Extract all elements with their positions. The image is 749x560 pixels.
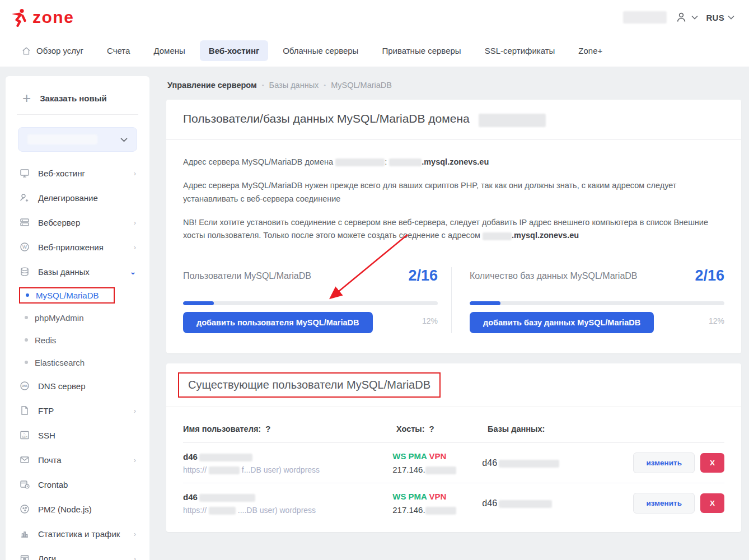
- sidebar-item-mail[interactable]: Почта ›: [18, 447, 137, 472]
- archive-box-icon: [19, 553, 30, 560]
- sidebar-item-ssh[interactable]: >_SSH SSH: [18, 423, 137, 447]
- sidebar-item-webhosting[interactable]: Веб-хостинг ›: [18, 161, 137, 185]
- server-address-text: Адрес сервера MySQL/MariaDB домена: [183, 157, 333, 166]
- chevron-right-icon: ›: [134, 530, 136, 538]
- sidebar-item-redis[interactable]: Redis: [18, 329, 137, 351]
- nb-note-text: NB! Если хотите установить соединение с …: [183, 218, 708, 240]
- help-icon[interactable]: ?: [429, 424, 434, 433]
- sidebar-item-label: phpMyAdmin: [35, 313, 84, 323]
- sidebar-item-label: Вебсервер: [38, 218, 126, 227]
- sidebar-item-label: SSH: [38, 431, 136, 440]
- add-mysql-user-button[interactable]: добавить пользователя MySQL/MariaDB: [183, 312, 373, 333]
- edit-user-button[interactable]: изменить: [633, 493, 695, 514]
- sidebar-item-statistics-traffic[interactable]: Статистика и трафик ›: [18, 521, 137, 546]
- home-icon: [21, 46, 31, 56]
- chevron-down-icon: ⌄: [130, 268, 136, 276]
- sidebar-item-elasticsearch[interactable]: Elasticsearch: [18, 351, 137, 374]
- calendar-clock-icon: [19, 479, 30, 490]
- sidebar-item-mysql-mariadb[interactable]: MySQL/MariaDB: [18, 284, 137, 306]
- zone-logo[interactable]: zone: [9, 8, 74, 27]
- host-ws-badge: WS: [392, 451, 406, 461]
- nav-label: SSL-сертификаты: [485, 46, 555, 55]
- breadcrumb-mysql-mariadb[interactable]: MySQL/MariaDB: [331, 81, 392, 90]
- host-pma-badge: PMA: [409, 492, 427, 501]
- chevron-right-icon: ›: [134, 407, 136, 415]
- site-link[interactable]: https:// ....DB user) wordpress: [183, 506, 392, 515]
- redacted-text: [425, 507, 456, 515]
- sidebar-item-label: Почта: [38, 455, 126, 465]
- redacted-text: [499, 500, 552, 508]
- sidebar: + Заказать новый Веб-хостинг › Делегиров…: [6, 76, 149, 560]
- annotation-red-box: MySQL/MariaDB: [19, 287, 115, 304]
- sidebar-item-databases[interactable]: Базы данных ⌄: [18, 259, 137, 284]
- nav-private-servers[interactable]: Приватные серверы: [373, 40, 470, 61]
- host-badges: WS PMA VPN: [392, 492, 482, 501]
- sidebar-item-pm2-nodejs[interactable]: PM2 (Node.js): [18, 497, 137, 521]
- sidebar-item-crontab[interactable]: Crontab: [18, 472, 137, 497]
- bar-chart-icon: [19, 528, 30, 539]
- help-icon[interactable]: ?: [265, 424, 270, 433]
- user-plus-icon: [19, 192, 30, 203]
- nav-webhosting[interactable]: Веб-хостинг: [200, 40, 268, 61]
- language-selector[interactable]: RUS: [706, 13, 734, 22]
- breadcrumb-separator: •: [324, 82, 326, 88]
- sidebar-item-label: MySQL/MariaDB: [36, 291, 99, 300]
- add-mysql-database-button[interactable]: добавить базу данных MySQL/MariaDB: [470, 312, 654, 333]
- breadcrumb: Управление сервером • Базы данных • MySQ…: [166, 76, 741, 100]
- svg-text:DNS: DNS: [22, 384, 28, 388]
- top-header: zone RUS: [0, 0, 749, 35]
- column-hosts: Хосты:: [396, 424, 425, 433]
- chevron-right-icon: ›: [134, 218, 136, 227]
- sidebar-item-phpmyadmin[interactable]: phpMyAdmin: [18, 306, 137, 329]
- chevron-down-icon: [728, 15, 734, 20]
- database-icon: [19, 266, 30, 277]
- sidebar-item-ftp[interactable]: FTP ›: [18, 398, 137, 423]
- annotation-red-box: Существующие пользователи MySQL/MariaDB: [178, 372, 441, 398]
- site-link[interactable]: https:// f...DB user) wordpress: [183, 465, 392, 474]
- sidebar-item-logs[interactable]: Логи ›: [18, 546, 137, 560]
- database-name: d46: [482, 498, 633, 508]
- edit-user-button[interactable]: изменить: [633, 452, 695, 473]
- table-row: d46 https:// f...DB user) wordpress WS P…: [183, 443, 724, 483]
- nav-services-overview[interactable]: Обзор услуг: [12, 40, 92, 62]
- sidebar-item-dns-server[interactable]: DNS DNS сервер: [18, 374, 137, 398]
- breadcrumb-server-management[interactable]: Управление сервером: [167, 81, 257, 90]
- sidebar-item-webserver[interactable]: Вебсервер ›: [18, 210, 137, 235]
- nav-ssl-certificates[interactable]: SSL-сертификаты: [476, 40, 564, 61]
- breadcrumb-separator: •: [262, 82, 264, 88]
- delete-user-button[interactable]: X: [700, 493, 724, 513]
- host-ws-badge: WS: [392, 492, 406, 501]
- nav-invoices[interactable]: Счета: [98, 40, 139, 61]
- databases-usage-value: 2/16: [695, 267, 724, 284]
- domain-select[interactable]: [18, 127, 137, 152]
- users-progress-track: [183, 301, 438, 305]
- account-menu[interactable]: [675, 11, 698, 24]
- nav-label: Домены: [153, 46, 185, 55]
- nav-label: Облачные серверы: [283, 46, 358, 55]
- nav-domains[interactable]: Домены: [144, 40, 194, 61]
- bullet-icon: [25, 338, 28, 342]
- mysql-username: d46: [183, 452, 392, 461]
- breadcrumb-databases[interactable]: Базы данных: [269, 81, 319, 90]
- delete-user-button[interactable]: X: [700, 453, 724, 473]
- server-address-bold: .mysql.zonevs.eu: [422, 157, 489, 166]
- sidebar-item-web-apps[interactable]: W Веб-приложения ›: [18, 235, 137, 259]
- nav-label: Счета: [107, 46, 130, 55]
- column-username: Имя пользователя:: [183, 424, 261, 433]
- logo-text: zone: [32, 8, 74, 27]
- users-usage-percent: 12%: [422, 316, 438, 325]
- nav-cloud-servers[interactable]: Облачные серверы: [274, 40, 367, 61]
- chevron-right-icon: ›: [134, 169, 136, 178]
- sidebar-item-delegation[interactable]: Делегирование: [18, 185, 137, 210]
- page-title: Пользователи/базы данных MySQL/MariaDB д…: [183, 112, 470, 125]
- order-new-button[interactable]: + Заказать новый: [18, 91, 137, 114]
- existing-users-title: Существующие пользователи MySQL/MariaDB: [188, 379, 430, 391]
- sidebar-item-label: Веб-хостинг: [38, 169, 126, 178]
- nav-zone-plus[interactable]: Zone+: [569, 40, 611, 61]
- chevron-right-icon: ›: [134, 554, 136, 560]
- existing-users-header: Существующие пользователи MySQL/MariaDB: [166, 363, 741, 407]
- redacted-domain: [335, 158, 385, 166]
- usage-stats: Пользователи MySQL/MariaDB 2/16 добавить…: [183, 267, 724, 333]
- redacted-domain: [479, 114, 546, 127]
- wordpress-icon: W: [19, 241, 30, 253]
